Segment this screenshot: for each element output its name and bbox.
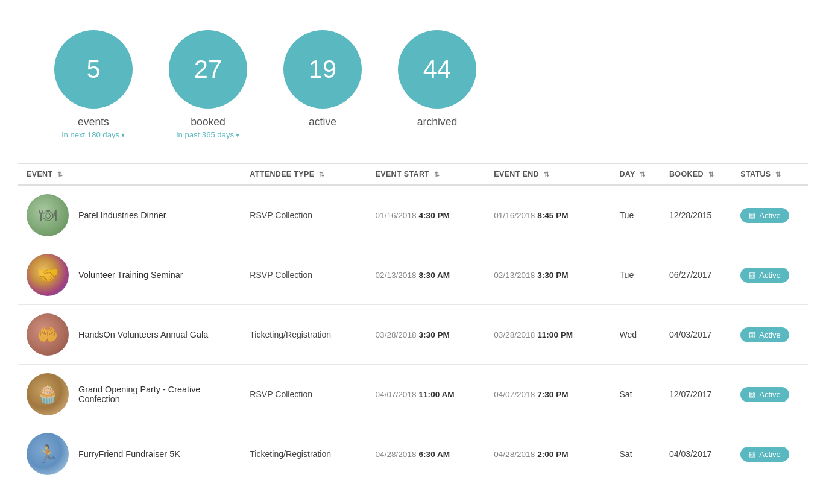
attendee-type-cell: RSVP Collection [241, 245, 367, 305]
sort-icon-start: ⇅ [434, 171, 440, 178]
event-start-time: 8:30 AM [418, 271, 450, 280]
event-start-date: 04/28/2018 [376, 450, 417, 459]
event-end-date: 01/16/2018 [494, 211, 535, 220]
thumb-icon: 🤝 [37, 265, 58, 285]
event-thumbnail: 🍽 [27, 194, 69, 236]
table-header: EVENT ⇅ ATTENDEE TYPE ⇅ EVENT START ⇅ EV… [18, 164, 808, 186]
events-table: EVENT ⇅ ATTENDEE TYPE ⇅ EVENT START ⇅ EV… [18, 163, 808, 484]
stat-label-booked: booked [191, 116, 225, 128]
event-end-date: 03/28/2018 [494, 330, 535, 339]
status-badge[interactable]: Active [740, 387, 789, 402]
event-start-time: 4:30 PM [418, 211, 449, 220]
table-row[interactable]: 🏃 FurryFriend Fundraiser 5K Ticketing/Re… [18, 424, 808, 484]
event-end-date: 02/13/2018 [494, 271, 535, 280]
event-booked-cell: 12/28/2015 [661, 185, 732, 245]
table-row[interactable]: 🍽 Patel Industries Dinner RSVP Collectio… [18, 185, 808, 245]
event-name: Grand Opening Party - Creative Confectio… [78, 385, 233, 404]
event-name: Volunteer Training Seminar [78, 270, 183, 280]
event-end-cell: 02/13/2018 3:30 PM [485, 245, 611, 305]
event-status-cell: Active [732, 185, 808, 245]
attendee-type-cell: RSVP Collection [241, 365, 367, 424]
event-start-cell: 04/28/2018 6:30 AM [367, 424, 486, 484]
event-end-cell: 03/28/2018 11:00 PM [485, 305, 611, 365]
stat-circle-booked: 27 [169, 30, 247, 109]
event-end-cell: 04/28/2018 2:00 PM [485, 424, 611, 484]
event-start-date: 01/16/2018 [376, 211, 417, 220]
event-start-time: 11:00 AM [418, 390, 454, 399]
event-start-date: 04/07/2018 [376, 390, 417, 399]
event-status-cell: Active [732, 365, 808, 424]
event-name: Patel Industries Dinner [78, 210, 166, 220]
event-start-date: 03/28/2018 [376, 330, 417, 339]
event-booked-cell: 12/07/2017 [661, 365, 732, 424]
event-end-time: 2:00 PM [537, 450, 568, 459]
event-booked-cell: 04/03/2017 [661, 305, 732, 365]
attendee-type-cell: Ticketing/Registration [241, 424, 367, 484]
event-status-cell: Active [732, 245, 808, 305]
status-badge[interactable]: Active [740, 208, 789, 223]
event-end-cell: 01/16/2018 8:45 PM [485, 185, 611, 245]
table-row[interactable]: 🤝 Volunteer Training Seminar RSVP Collec… [18, 245, 808, 305]
sort-icon-day: ⇅ [640, 171, 645, 178]
thumb-icon: 🍽 [39, 206, 57, 225]
event-end-time: 7:30 PM [537, 390, 568, 399]
col-header-attendee[interactable]: ATTENDEE TYPE ⇅ [241, 164, 367, 186]
stat-label-events: events [78, 116, 109, 128]
col-header-status[interactable]: STATUS ⇅ [732, 164, 808, 186]
stat-events: 5eventsin next 180 days [54, 30, 133, 139]
sort-icon-attendee: ⇅ [319, 171, 324, 178]
event-start-cell: 03/28/2018 3:30 PM [367, 305, 486, 365]
event-name: HandsOn Volunteers Annual Gala [78, 330, 208, 339]
col-header-day[interactable]: DAY ⇅ [611, 164, 660, 186]
event-end-date: 04/28/2018 [494, 450, 535, 459]
status-badge[interactable]: Active [740, 447, 789, 462]
event-day-cell: Tue [611, 245, 660, 305]
stat-active: 19active [283, 30, 362, 128]
status-badge[interactable]: Active [740, 327, 789, 342]
event-cell: 🍽 Patel Industries Dinner [18, 185, 241, 245]
event-name: FurryFriend Fundraiser 5K [78, 449, 180, 459]
event-end-date: 04/07/2018 [494, 390, 535, 399]
stat-circle-active: 19 [283, 30, 362, 109]
stat-booked: 27bookedin past 365 days [169, 30, 247, 139]
event-end-time: 8:45 PM [537, 211, 568, 220]
event-cell: 🏃 FurryFriend Fundraiser 5K [18, 424, 241, 484]
sort-icon-booked: ⇅ [708, 171, 714, 178]
event-start-cell: 02/13/2018 8:30 AM [367, 245, 486, 305]
attendee-type-cell: Ticketing/Registration [241, 305, 367, 365]
stat-archived: 44archived [398, 30, 476, 128]
sort-icon-event: ⇅ [57, 171, 63, 178]
event-end-cell: 04/07/2018 7:30 PM [485, 365, 611, 424]
event-end-time: 3:30 PM [537, 271, 568, 280]
stat-sublabel-events[interactable]: in next 180 days [62, 130, 125, 139]
event-thumbnail: 🏃 [27, 433, 69, 475]
event-start-time: 6:30 AM [418, 450, 450, 459]
thumb-icon: 🤲 [37, 324, 58, 345]
stat-sublabel-booked[interactable]: in past 365 days [177, 130, 240, 139]
col-header-booked[interactable]: BOOKED ⇅ [661, 164, 732, 186]
table-row[interactable]: 🧁 Grand Opening Party - Creative Confect… [18, 365, 808, 424]
stats-row: 5eventsin next 180 days27bookedin past 3… [18, 30, 808, 139]
event-booked-cell: 06/27/2017 [661, 245, 732, 305]
attendee-type-cell: RSVP Collection [241, 185, 367, 245]
header-row: EVENT ⇅ ATTENDEE TYPE ⇅ EVENT START ⇅ EV… [18, 164, 808, 186]
sort-icon-end: ⇅ [544, 171, 549, 178]
event-cell: 🤝 Volunteer Training Seminar [18, 245, 241, 305]
event-start-date: 02/13/2018 [376, 271, 417, 280]
event-thumbnail: 🧁 [27, 373, 69, 415]
stat-label-archived: archived [417, 116, 458, 128]
col-header-event[interactable]: EVENT ⇅ [18, 164, 241, 186]
event-day-cell: Wed [611, 305, 660, 365]
table-row[interactable]: 🤲 HandsOn Volunteers Annual Gala Ticketi… [18, 305, 808, 365]
event-start-cell: 01/16/2018 4:30 PM [367, 185, 486, 245]
thumb-icon: 🧁 [37, 384, 58, 405]
sort-icon-status: ⇅ [775, 171, 781, 178]
event-booked-cell: 04/03/2017 [661, 424, 732, 484]
status-badge[interactable]: Active [740, 268, 789, 283]
event-day-cell: Sat [611, 365, 660, 424]
event-status-cell: Active [732, 424, 808, 484]
event-day-cell: Sat [611, 424, 660, 484]
col-header-end[interactable]: EVENT END ⇅ [485, 164, 611, 186]
col-header-start[interactable]: EVENT START ⇅ [367, 164, 486, 186]
event-cell: 🤲 HandsOn Volunteers Annual Gala [18, 305, 241, 365]
